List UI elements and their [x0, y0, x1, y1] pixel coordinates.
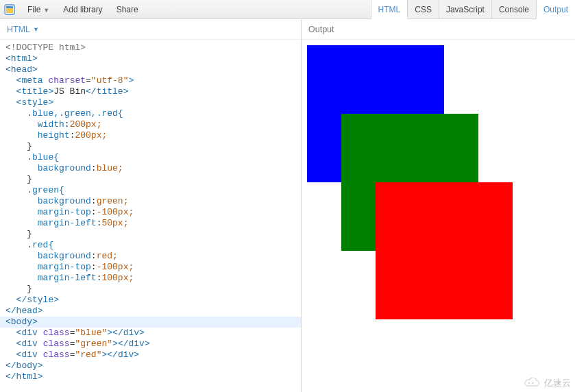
code-line[interactable]: background:green; [5, 196, 301, 207]
code-line[interactable]: } [5, 174, 301, 185]
svg-rect-1 [6, 8, 13, 13]
editor-pane-title: HTML [7, 25, 30, 34]
code-line[interactable]: <body> [5, 317, 301, 328]
code-line[interactable]: .blue{ [5, 152, 301, 163]
editor-pane-header[interactable]: HTML ▼ [0, 19, 301, 40]
chevron-down-icon: ▼ [33, 26, 39, 33]
code-line[interactable]: <title>JS Bin</title> [5, 86, 301, 97]
code-line[interactable]: </head> [5, 306, 301, 317]
top-toolbar: File▼ Add library Share HTML CSS JavaScr… [0, 0, 575, 19]
code-line[interactable]: <!DOCTYPE html> [5, 42, 301, 53]
code-line[interactable]: margin-top:-100px; [5, 207, 301, 218]
code-line[interactable]: <div class="green"></div> [5, 339, 301, 350]
code-line[interactable]: <div class="red"></div> [5, 350, 301, 360]
workspace: HTML ▼ <!DOCTYPE html><html><head> <meta… [0, 19, 575, 392]
code-line[interactable]: width:200px; [5, 119, 301, 130]
file-menu[interactable]: File▼ [21, 0, 56, 19]
code-line[interactable]: } [5, 284, 301, 295]
jsbin-logo[interactable] [0, 0, 21, 19]
code-line[interactable]: <meta charset="utf-8"> [5, 75, 301, 86]
output-pane-title: Output [308, 25, 334, 34]
code-line[interactable]: background:blue; [5, 163, 301, 174]
output-pane-header: Output [302, 19, 575, 40]
code-line[interactable]: height:200px; [5, 130, 301, 141]
code-line[interactable]: background:red; [5, 251, 301, 262]
code-line[interactable]: margin-left:100px; [5, 273, 301, 284]
code-line[interactable]: } [5, 141, 301, 152]
output-pane: Output 亿速云 [302, 19, 575, 392]
panel-tab-console[interactable]: Console [491, 0, 536, 19]
code-line[interactable]: .blue,.green,.red{ [5, 108, 301, 119]
output-body [302, 40, 575, 392]
share-button[interactable]: Share [110, 0, 145, 19]
code-line[interactable]: </style> [5, 295, 301, 306]
code-line[interactable]: <head> [5, 64, 301, 75]
jsbin-logo-icon [4, 4, 15, 15]
code-editor[interactable]: <!DOCTYPE html><html><head> <meta charse… [0, 40, 301, 392]
code-line[interactable]: .red{ [5, 240, 301, 251]
panel-tab-css[interactable]: CSS [407, 0, 439, 19]
panel-tab-html[interactable]: HTML [371, 0, 408, 19]
code-line[interactable]: <style> [5, 97, 301, 108]
code-line[interactable]: </body> [5, 360, 301, 371]
code-line[interactable]: <div class="blue"></div> [5, 328, 301, 339]
editor-pane: HTML ▼ <!DOCTYPE html><html><head> <meta… [0, 19, 302, 392]
panel-tab-output[interactable]: Output [536, 0, 575, 19]
code-line[interactable]: } [5, 229, 301, 240]
code-line[interactable]: </html> [5, 371, 301, 382]
code-line[interactable]: margin-left:50px; [5, 218, 301, 229]
chevron-down-icon: ▼ [43, 7, 49, 14]
code-line[interactable]: <html> [5, 53, 301, 64]
svg-rect-2 [6, 6, 13, 8]
add-library-button[interactable]: Add library [56, 0, 109, 19]
square-red [376, 182, 513, 319]
panel-tab-js[interactable]: JavaScript [439, 0, 491, 19]
code-line[interactable]: margin-top:-100px; [5, 262, 301, 273]
code-line[interactable]: .green{ [5, 185, 301, 196]
